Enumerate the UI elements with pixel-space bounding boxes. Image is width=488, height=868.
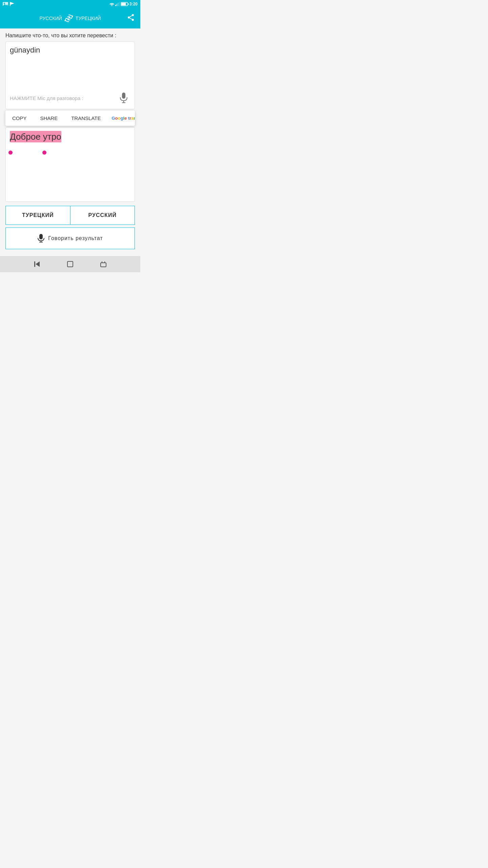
copy-button[interactable]: COPY [5, 111, 34, 126]
speak-result-label: Говорить результат [48, 235, 103, 241]
svg-point-13 [132, 14, 134, 16]
context-menu: COPY SHARE TRANSLATE Google translate [5, 111, 135, 126]
svg-rect-11 [128, 3, 129, 5]
mic-hint-text: НАЖМИТЕ Mic для разговора : [10, 95, 83, 101]
svg-rect-7 [116, 4, 117, 6]
svg-rect-25 [34, 261, 35, 267]
flag-icon [9, 2, 14, 6]
svg-rect-18 [122, 93, 125, 99]
svg-rect-21 [39, 234, 43, 239]
svg-rect-27 [101, 263, 106, 267]
status-time: 3:20 [129, 2, 138, 6]
translate-button[interactable]: TRANSLATE [64, 111, 107, 126]
speak-mic-icon [37, 234, 45, 243]
svg-rect-6 [115, 5, 116, 6]
svg-point-14 [128, 17, 130, 19]
svg-line-16 [130, 18, 132, 19]
input-text-area[interactable]: günaydin НАЖМИТЕ Mic для разговора : [5, 41, 135, 109]
svg-marker-4 [11, 2, 14, 5]
selection-handle-right [42, 151, 46, 155]
back-icon [33, 260, 41, 268]
svg-marker-24 [36, 261, 40, 267]
svg-rect-3 [10, 2, 11, 6]
speak-result-button[interactable]: Говорить результат [5, 228, 135, 249]
logo-text-right: ТУРЕЦКИЙ [76, 16, 101, 21]
home-icon [66, 260, 74, 268]
navigation-bar [0, 256, 140, 272]
battery-icon [121, 2, 129, 6]
recent-icon [99, 260, 107, 268]
back-button[interactable] [32, 259, 42, 270]
svg-point-15 [132, 19, 134, 21]
logo-arrows-icon [63, 14, 74, 23]
logo-text-left: РУССКИЙ [39, 16, 62, 21]
russian-language-button[interactable]: РУССКИЙ [70, 206, 135, 225]
home-button[interactable] [65, 259, 76, 270]
signal-icon [115, 2, 120, 6]
app-logo: РУССКИЙ ТУРЕЦКИЙ [39, 14, 101, 23]
mic-hint-area: НАЖМИТЕ Mic для разговора : [6, 91, 135, 105]
turkish-language-button[interactable]: ТУРЕЦКИЙ [5, 206, 70, 225]
google-translate-badge: Google translate [107, 113, 135, 123]
wifi-icon [109, 2, 115, 6]
svg-line-17 [130, 16, 132, 17]
svg-rect-8 [118, 3, 119, 6]
image-icon [3, 2, 8, 6]
svg-point-5 [111, 5, 112, 6]
input-text: günaydin [10, 46, 130, 55]
app-header: РУССКИЙ ТУРЕЦКИЙ [0, 8, 140, 28]
output-text: Доброе утро [10, 131, 61, 142]
svg-rect-9 [119, 2, 120, 6]
share-menu-button[interactable]: SHARE [34, 111, 65, 126]
share-button[interactable] [127, 14, 135, 23]
input-section-label: Напишите что-то, что вы хотите перевести… [0, 28, 140, 41]
mic-icon [119, 93, 128, 103]
svg-rect-12 [121, 3, 126, 5]
selection-handle-left [8, 151, 13, 155]
status-right-icons: 3:20 [109, 2, 138, 6]
mic-button[interactable] [117, 91, 130, 105]
svg-rect-26 [67, 261, 73, 267]
output-text-area: Доброе утро [5, 127, 135, 202]
svg-point-1 [4, 3, 5, 4]
share-icon [127, 14, 135, 22]
google-translate-text: Google translate [111, 116, 135, 121]
status-left-icons [3, 2, 14, 6]
logo-text: РУССКИЙ ТУРЕЦКИЙ [39, 14, 101, 23]
status-bar: 3:20 [0, 0, 140, 8]
language-buttons: ТУРЕЦКИЙ РУССКИЙ [5, 206, 135, 225]
recent-button[interactable] [98, 259, 109, 270]
